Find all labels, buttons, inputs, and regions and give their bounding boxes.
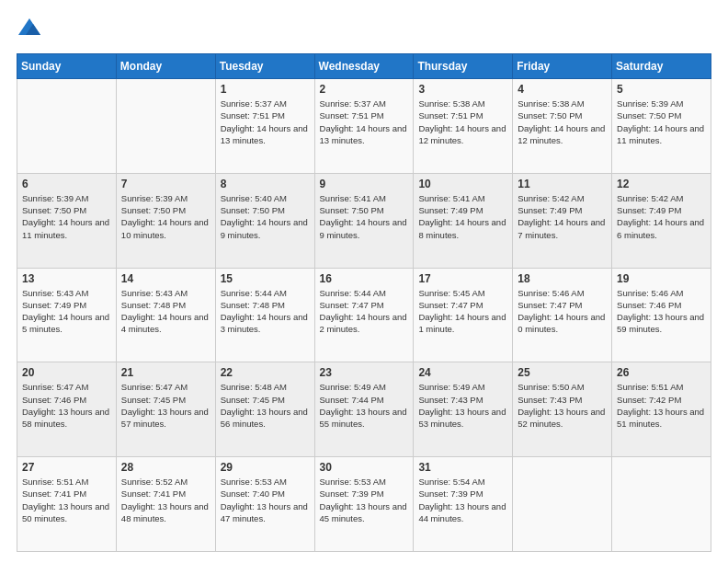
calendar-day-cell: 25Sunrise: 5:50 AM Sunset: 7:43 PM Dayli… [513, 362, 612, 457]
calendar-day-cell: 9Sunrise: 5:41 AM Sunset: 7:50 PM Daylig… [314, 173, 414, 268]
day-number: 30 [320, 461, 409, 474]
calendar-day-cell: 20Sunrise: 5:47 AM Sunset: 7:46 PM Dayli… [17, 362, 117, 457]
day-info: Sunrise: 5:52 AM Sunset: 7:41 PM Dayligh… [121, 476, 210, 524]
calendar-day-cell: 15Sunrise: 5:44 AM Sunset: 7:48 PM Dayli… [215, 268, 314, 362]
day-number: 24 [418, 366, 507, 379]
day-info: Sunrise: 5:42 AM Sunset: 7:49 PM Dayligh… [518, 192, 607, 241]
day-number: 22 [221, 366, 310, 379]
day-number: 12 [617, 178, 706, 190]
calendar-week-row: 1Sunrise: 5:37 AM Sunset: 7:51 PM Daylig… [17, 79, 711, 174]
day-number: 16 [320, 272, 409, 285]
day-info: Sunrise: 5:49 AM Sunset: 7:44 PM Dayligh… [320, 381, 409, 430]
calendar-day-cell: 21Sunrise: 5:47 AM Sunset: 7:45 PM Dayli… [116, 362, 215, 457]
day-info: Sunrise: 5:46 AM Sunset: 7:46 PM Dayligh… [617, 287, 706, 336]
calendar-day-cell: 29Sunrise: 5:53 AM Sunset: 7:40 PM Dayli… [215, 457, 314, 552]
calendar-day-cell: 1Sunrise: 5:37 AM Sunset: 7:51 PM Daylig… [215, 79, 314, 174]
calendar-day-cell: 12Sunrise: 5:42 AM Sunset: 7:49 PM Dayli… [612, 173, 711, 268]
day-info: Sunrise: 5:42 AM Sunset: 7:49 PM Dayligh… [617, 192, 706, 241]
day-number: 19 [617, 272, 706, 285]
day-info: Sunrise: 5:39 AM Sunset: 7:50 PM Dayligh… [121, 192, 210, 241]
calendar-day-cell: 26Sunrise: 5:51 AM Sunset: 7:42 PM Dayli… [612, 362, 711, 457]
day-info: Sunrise: 5:51 AM Sunset: 7:41 PM Dayligh… [22, 476, 111, 524]
logo-icon [17, 17, 42, 42]
day-info: Sunrise: 5:40 AM Sunset: 7:50 PM Dayligh… [221, 192, 310, 241]
day-info: Sunrise: 5:54 AM Sunset: 7:39 PM Dayligh… [418, 476, 507, 524]
day-info: Sunrise: 5:39 AM Sunset: 7:50 PM Dayligh… [22, 192, 111, 241]
day-number: 8 [221, 178, 310, 190]
calendar-day-cell [612, 457, 711, 552]
weekday-header: Saturday [612, 54, 711, 79]
day-number: 10 [418, 178, 507, 190]
calendar-day-cell: 24Sunrise: 5:49 AM Sunset: 7:43 PM Dayli… [414, 362, 513, 457]
calendar-day-cell: 19Sunrise: 5:46 AM Sunset: 7:46 PM Dayli… [612, 268, 711, 362]
day-number: 21 [121, 366, 210, 379]
day-info: Sunrise: 5:53 AM Sunset: 7:39 PM Dayligh… [320, 476, 409, 524]
calendar-week-row: 27Sunrise: 5:51 AM Sunset: 7:41 PM Dayli… [17, 457, 711, 552]
weekday-header: Monday [116, 54, 215, 79]
day-info: Sunrise: 5:38 AM Sunset: 7:51 PM Dayligh… [418, 98, 507, 146]
calendar-day-cell: 2Sunrise: 5:37 AM Sunset: 7:51 PM Daylig… [314, 79, 414, 174]
day-info: Sunrise: 5:43 AM Sunset: 7:48 PM Dayligh… [121, 287, 210, 336]
calendar-day-cell: 16Sunrise: 5:44 AM Sunset: 7:47 PM Dayli… [314, 268, 414, 362]
calendar-day-cell [513, 457, 612, 552]
calendar-day-cell [116, 79, 215, 174]
calendar-day-cell [17, 79, 117, 174]
day-number: 23 [320, 366, 409, 379]
calendar-day-cell: 11Sunrise: 5:42 AM Sunset: 7:49 PM Dayli… [513, 173, 612, 268]
calendar-week-row: 6Sunrise: 5:39 AM Sunset: 7:50 PM Daylig… [17, 173, 711, 268]
day-number: 4 [518, 83, 607, 96]
day-number: 11 [518, 178, 607, 190]
day-info: Sunrise: 5:41 AM Sunset: 7:50 PM Dayligh… [320, 192, 409, 241]
day-number: 29 [221, 461, 310, 474]
day-info: Sunrise: 5:39 AM Sunset: 7:50 PM Dayligh… [617, 98, 706, 146]
day-info: Sunrise: 5:41 AM Sunset: 7:49 PM Dayligh… [418, 192, 507, 241]
day-info: Sunrise: 5:49 AM Sunset: 7:43 PM Dayligh… [418, 381, 507, 430]
day-number: 2 [320, 83, 409, 96]
day-info: Sunrise: 5:37 AM Sunset: 7:51 PM Dayligh… [320, 98, 409, 146]
day-number: 25 [518, 366, 607, 379]
day-number: 6 [22, 178, 111, 190]
calendar-day-cell: 17Sunrise: 5:45 AM Sunset: 7:47 PM Dayli… [414, 268, 513, 362]
calendar-week-row: 20Sunrise: 5:47 AM Sunset: 7:46 PM Dayli… [17, 362, 711, 457]
weekday-header: Thursday [414, 54, 513, 79]
page: SundayMondayTuesdayWednesdayThursdayFrid… [0, 0, 728, 563]
calendar-day-cell: 4Sunrise: 5:38 AM Sunset: 7:50 PM Daylig… [513, 79, 612, 174]
day-number: 5 [617, 83, 706, 96]
calendar-day-cell: 5Sunrise: 5:39 AM Sunset: 7:50 PM Daylig… [612, 79, 711, 174]
day-number: 26 [617, 366, 706, 379]
calendar-day-cell: 27Sunrise: 5:51 AM Sunset: 7:41 PM Dayli… [17, 457, 117, 552]
day-number: 20 [22, 366, 111, 379]
day-number: 28 [121, 461, 210, 474]
calendar-day-cell: 14Sunrise: 5:43 AM Sunset: 7:48 PM Dayli… [116, 268, 215, 362]
day-number: 14 [121, 272, 210, 285]
day-number: 7 [121, 178, 210, 190]
day-number: 27 [22, 461, 111, 474]
day-number: 1 [221, 83, 310, 96]
day-info: Sunrise: 5:48 AM Sunset: 7:45 PM Dayligh… [221, 381, 310, 430]
day-info: Sunrise: 5:47 AM Sunset: 7:45 PM Dayligh… [121, 381, 210, 430]
day-number: 9 [320, 178, 409, 190]
day-info: Sunrise: 5:38 AM Sunset: 7:50 PM Dayligh… [518, 98, 607, 146]
day-info: Sunrise: 5:44 AM Sunset: 7:47 PM Dayligh… [320, 287, 409, 336]
weekday-header: Wednesday [314, 54, 414, 79]
day-info: Sunrise: 5:37 AM Sunset: 7:51 PM Dayligh… [221, 98, 310, 146]
calendar-day-cell: 30Sunrise: 5:53 AM Sunset: 7:39 PM Dayli… [314, 457, 414, 552]
day-number: 31 [418, 461, 507, 474]
day-info: Sunrise: 5:44 AM Sunset: 7:48 PM Dayligh… [221, 287, 310, 336]
day-number: 13 [22, 272, 111, 285]
weekday-header: Sunday [17, 54, 117, 79]
day-number: 17 [418, 272, 507, 285]
day-number: 15 [221, 272, 310, 285]
day-number: 18 [518, 272, 607, 285]
header [17, 17, 711, 42]
calendar-day-cell: 13Sunrise: 5:43 AM Sunset: 7:49 PM Dayli… [17, 268, 117, 362]
calendar-day-cell: 28Sunrise: 5:52 AM Sunset: 7:41 PM Dayli… [116, 457, 215, 552]
day-number: 3 [418, 83, 507, 96]
calendar-day-cell: 18Sunrise: 5:46 AM Sunset: 7:47 PM Dayli… [513, 268, 612, 362]
day-info: Sunrise: 5:51 AM Sunset: 7:42 PM Dayligh… [617, 381, 706, 430]
day-info: Sunrise: 5:45 AM Sunset: 7:47 PM Dayligh… [418, 287, 507, 336]
weekday-header: Tuesday [215, 54, 314, 79]
day-info: Sunrise: 5:50 AM Sunset: 7:43 PM Dayligh… [518, 381, 607, 430]
day-info: Sunrise: 5:47 AM Sunset: 7:46 PM Dayligh… [22, 381, 111, 430]
calendar-day-cell: 22Sunrise: 5:48 AM Sunset: 7:45 PM Dayli… [215, 362, 314, 457]
